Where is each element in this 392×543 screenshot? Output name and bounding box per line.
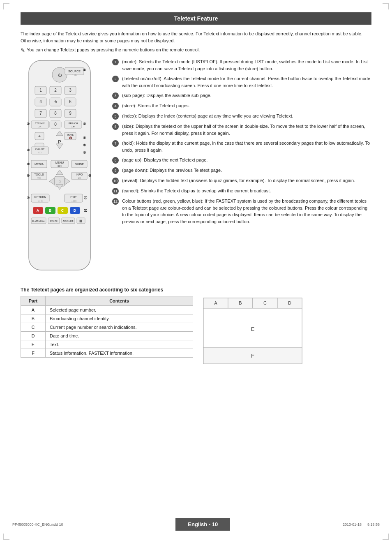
corner-bl <box>3 534 9 540</box>
intro-text: The index page of the Teletext service g… <box>21 30 371 44</box>
svg-text:AD/SUBT.: AD/SUBT. <box>62 220 74 222</box>
item-text-4: (store): Stores the Teletext pages. <box>122 102 371 109</box>
table-cell-contents-2: Broadcasting channel identity. <box>46 314 193 323</box>
table-row-2: BBroadcasting channel identity. <box>21 314 193 323</box>
table-cell-contents-3: Current page number or search indication… <box>46 323 193 332</box>
svg-text:7: 7 <box>39 111 42 116</box>
item-text-8: (page up): Displays the next Teletext pa… <box>122 157 371 164</box>
svg-text:4: 4 <box>39 99 42 104</box>
item-row-9: 9(page down): Displays the previous Tele… <box>112 167 371 174</box>
table-cell-part-4: D <box>21 332 46 340</box>
item-num-5: 5 <box>112 113 119 120</box>
svg-text:1: 1 <box>39 88 42 92</box>
item-row-2: 2(Teletext on/mix/off): Activates the Te… <box>112 75 371 89</box>
svg-text:①: ① <box>83 68 86 72</box>
svg-text:TTX/MIX: TTX/MIX <box>35 122 45 125</box>
remote-area: ⏻ SOURCE ←□□ ① 1 2 3 4 ·5 6 <box>21 58 105 277</box>
table-row-5: EText. <box>21 340 193 349</box>
svg-text:C: C <box>263 300 267 305</box>
svg-text:MENU: MENU <box>55 161 64 164</box>
svg-text:⑪: ⑪ <box>84 196 88 200</box>
svg-text:A: A <box>37 208 39 213</box>
svg-text:E-MANUAL: E-MANUAL <box>32 220 45 222</box>
items-container: 1(mode): Selects the Teletext mode (LIST… <box>112 58 371 225</box>
svg-text:③: ③ <box>83 122 86 126</box>
svg-text:P.SIZE: P.SIZE <box>50 220 58 222</box>
svg-text:2: 2 <box>54 88 57 92</box>
note-line: ✎ You can change Teletext pages by press… <box>21 47 371 53</box>
table-cell-contents-4: Date and time. <box>46 332 193 340</box>
svg-text:E: E <box>251 326 255 332</box>
svg-text:②: ② <box>27 122 30 126</box>
item-num-8: 8 <box>112 157 119 164</box>
svg-text:GUIDE: GUIDE <box>75 163 84 166</box>
svg-text:⑨: ⑨ <box>83 151 86 155</box>
svg-text:↩ □: ↩ □ <box>38 200 43 202</box>
svg-text:▦: ▦ <box>79 219 83 223</box>
svg-text:←□□: ←□□ <box>71 74 77 76</box>
item-row-4: 4(store): Stores the Teletext pages. <box>112 102 371 109</box>
page-title: Teletext Feature <box>21 12 371 25</box>
corner-tr <box>383 3 389 9</box>
item-num-1: 1 <box>112 59 119 65</box>
item-text-7: (hold): Holds the display at the current… <box>122 140 371 153</box>
svg-text:⑥: ⑥ <box>27 174 30 178</box>
svg-text:+: + <box>38 134 41 139</box>
svg-text:F: F <box>251 353 254 359</box>
svg-text:A: A <box>214 300 217 305</box>
table-row-3: CCurrent page number or search indicatio… <box>21 323 193 332</box>
svg-text:MEDIA: MEDIA <box>35 163 44 166</box>
svg-text:□□: □□ <box>38 151 42 154</box>
item-text-12: Colour buttons (red, green, yellow, blue… <box>122 198 371 225</box>
svg-text:PRE-CH: PRE-CH <box>68 122 78 125</box>
table-section: The Teletext pages are organized accordi… <box>21 287 371 367</box>
item-num-9: 9 <box>112 167 119 174</box>
svg-text:⑥: ⑥ <box>83 136 86 140</box>
item-num-6: 6 <box>112 123 119 130</box>
col-header-contents: Contents <box>46 296 193 306</box>
svg-text:▦□: ▦□ <box>58 165 62 167</box>
svg-text:B: B <box>239 300 242 305</box>
svg-text:□★: □★ <box>71 125 75 128</box>
item-row-7: 7(hold): Holds the display at the curren… <box>112 140 371 153</box>
item-row-3: 3(sub-page): Displays the available sub-… <box>112 92 371 99</box>
item-row-11: 11(cancel): Shrinks the Teletext display… <box>112 187 371 194</box>
table-body: ASelected page number.BBroadcasting chan… <box>21 306 193 358</box>
svg-text:8: 8 <box>54 111 57 116</box>
table-row-6: FStatus information. FASTEXT information… <box>21 349 193 358</box>
item-row-6: 6(size): Displays the teletext on the up… <box>112 123 371 136</box>
svg-text:⑫: ⑫ <box>84 209 88 213</box>
table-cell-part-6: F <box>21 349 46 358</box>
svg-text:INFO: INFO <box>76 173 83 176</box>
table-cell-part-3: C <box>21 323 46 332</box>
svg-text:C: C <box>61 208 64 213</box>
svg-text:t.□: t.□ <box>78 177 81 179</box>
item-text-9: (page down): Displays the previous Telet… <box>122 167 371 174</box>
item-num-7: 7 <box>112 140 119 147</box>
svg-text:CH LIST: CH LIST <box>35 148 44 150</box>
table-row-4: DDate and time. <box>21 332 193 340</box>
item-text-3: (sub-page): Displays the available sub-p… <box>122 92 371 99</box>
item-row-12: 12Colour buttons (red, green, yellow, bl… <box>112 198 371 225</box>
item-row-8: 8(page up): Displays the next Teletext p… <box>112 157 371 164</box>
item-num-2: 2 <box>112 76 119 82</box>
svg-text:EXIT: EXIT <box>70 196 77 199</box>
svg-text:6: 6 <box>69 99 71 104</box>
corner-br <box>383 534 389 540</box>
item-text-6: (size): Displays the teletext on the upp… <box>122 123 371 136</box>
item-text-11: (cancel): Shrinks the Teletext display t… <box>122 187 371 194</box>
svg-text:B: B <box>49 208 52 213</box>
item-num-11: 11 <box>112 188 119 194</box>
table-cell-part-2: B <box>21 314 46 323</box>
items-area: 1(mode): Selects the Teletext mode (LIST… <box>112 58 371 277</box>
diagram-area: A B C D E F <box>201 296 304 367</box>
note-text: You can change Teletext pages by pressin… <box>27 47 200 52</box>
main-content: ⏻ SOURCE ←□□ ① 1 2 3 4 ·5 6 <box>21 58 371 277</box>
svg-text:0: 0 <box>54 122 57 127</box>
svg-text:P: P <box>58 139 61 144</box>
svg-text:⑧: ⑧ <box>83 143 86 147</box>
table-cell-contents-6: Status information. FASTEXT information. <box>46 349 193 358</box>
item-row-5: 5(index): Displays the index (contents) … <box>112 113 371 120</box>
table-title: The Teletext pages are organized accordi… <box>21 287 371 293</box>
item-text-5: (index): Displays the index (contents) p… <box>122 113 371 120</box>
